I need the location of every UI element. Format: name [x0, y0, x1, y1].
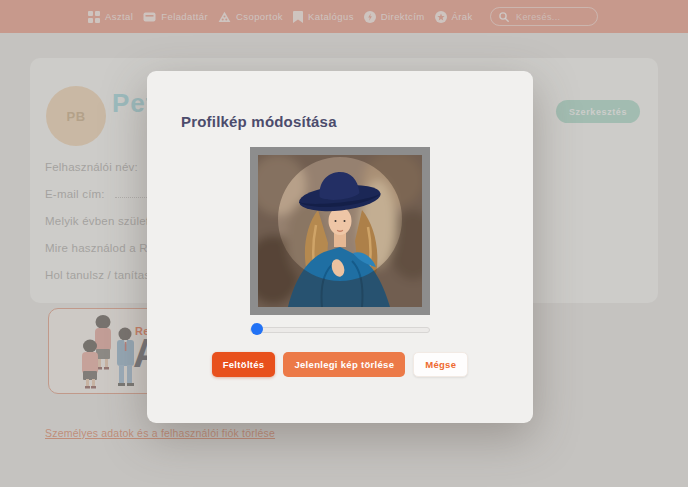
profile-picture-modal: Profilkép módosítása — [147, 71, 533, 423]
modal-button-row: Feltöltés Jelenlegi kép törlése Mégse — [147, 352, 533, 377]
cancel-button[interactable]: Mégse — [413, 352, 468, 377]
delete-current-image-button[interactable]: Jelenlegi kép törlése — [283, 352, 405, 377]
modal-title: Profilkép módosítása — [181, 113, 533, 130]
slider-thumb[interactable] — [251, 323, 263, 335]
profile-photo-preview — [258, 155, 422, 307]
page: Asztal Feladattár Csoportok Katalógus Di… — [0, 0, 688, 487]
image-cropper[interactable] — [250, 147, 430, 315]
zoom-slider[interactable] — [250, 323, 430, 335]
slider-track[interactable] — [250, 327, 430, 333]
upload-button[interactable]: Feltöltés — [212, 352, 276, 377]
